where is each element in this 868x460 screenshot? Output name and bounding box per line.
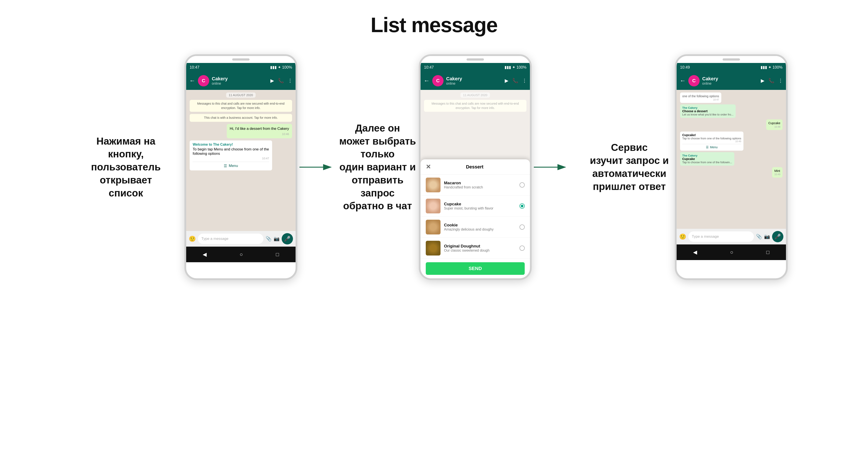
phone-2-popup-title: Dessert — [466, 164, 484, 170]
phone-1-nav-bar: ◀ ○ □ — [186, 247, 296, 262]
doughnut-radio[interactable] — [520, 246, 525, 251]
phone-3: 10:49 ▮▮▮ ✦ 100% ← C Cakery online ▶ 📞 ⋮ — [675, 54, 788, 280]
phone-1-signal: ▮▮▮ ✦ 100% — [270, 65, 292, 70]
cupcake-info: Cupcake Super moist, bursting with flavo… — [444, 202, 516, 210]
phone-2-header-icons: ▶ 📞 ⋮ — [505, 78, 527, 84]
phone-1-title-area: Cakery online — [212, 76, 268, 86]
phone-1-input-field[interactable]: Type a message — [198, 234, 264, 244]
phone-1-system-msg1: Messages to this chat and calls are now … — [190, 100, 292, 112]
arrow-1 — [300, 162, 334, 173]
list-item-doughnut[interactable]: Original Doughnut Our classic sweetened … — [421, 238, 530, 259]
phone-2-call-icon[interactable]: 📞 — [512, 78, 518, 84]
phone-1: 10:47 ▮▮▮ ✦ 100% ← C Cakery online ▶ 📞 ⋮ — [184, 54, 297, 280]
phone-1-user-msg: Hi, I'd like a dessert from the Cakery 1… — [227, 124, 292, 138]
phone-1-chat-area: 11 AUGUST 2020 Messages to this chat and… — [186, 90, 296, 231]
phone-1-top-bar — [186, 56, 296, 63]
phone-3-mic-button[interactable]: 🎤 — [772, 231, 783, 242]
middle-description: Далее он может выбрать только один вариа… — [336, 122, 419, 213]
macaron-radio[interactable] — [520, 182, 525, 188]
phone-3-status-bar: 10:49 ▮▮▮ ✦ 100% — [677, 63, 786, 72]
page-title: List message — [0, 0, 868, 37]
phone-3-header-icons: ▶ 📞 ⋮ — [761, 78, 783, 84]
phone-2-more-icon[interactable]: ⋮ — [522, 78, 527, 84]
phone-3-home-nav[interactable]: ○ — [730, 249, 733, 255]
list-item-cupcake[interactable]: Cupcake Super moist, bursting with flavo… — [421, 195, 530, 217]
phone-2-popup-header: ✕ Dessert — [421, 159, 530, 175]
phone-1-contact-status: online — [212, 82, 268, 86]
phone-3-wa-header: ← C Cakery online ▶ 📞 ⋮ — [677, 72, 786, 90]
phone-3-user-msg2: Mint 10:49 — [772, 167, 782, 178]
phone-2-status-bar: 10:47 ▮▮▮ ✦ 100% — [421, 63, 530, 72]
phone-1-camera-icon[interactable]: 📷 — [274, 236, 279, 242]
phone-2-time: 10:47 — [424, 65, 434, 70]
list-item-macaron[interactable]: Macaron Handcrafted from scratch — [421, 175, 530, 195]
phone-1-more-icon[interactable]: ⋮ — [288, 78, 292, 84]
phone-1-back-icon[interactable]: ← — [189, 77, 195, 84]
phone-3-camera-icon[interactable]: 📷 — [764, 234, 770, 240]
phone-1-mic-button[interactable]: 🎤 — [282, 233, 293, 244]
phone-2-list-popup[interactable]: ✕ Dessert Macaron Handcrafted from scrat… — [421, 159, 530, 278]
cookie-info: Cookie Amazingly delicious and doughy — [444, 223, 516, 232]
phone-2-send-button[interactable]: SEND — [426, 262, 525, 275]
phone-2-close-icon[interactable]: ✕ — [426, 163, 431, 171]
list-item-cookie[interactable]: Cookie Amazingly delicious and doughy — [421, 217, 530, 238]
phone-3-input-field[interactable]: Type a message — [688, 232, 754, 242]
cookie-radio[interactable] — [520, 224, 525, 230]
phone-3-input-bar: 🙂 Type a message 📎 📷 🎤 — [677, 229, 786, 244]
cupcake-thumb — [426, 198, 440, 213]
phone-2-device: 10:47 ▮▮▮ ✦ 100% ← C Cakery online ▶ 📞 ⋮ — [419, 54, 532, 280]
phone-3-speaker — [723, 58, 740, 61]
phone-3-bot2: Cupcake! Tap to choose from one of the f… — [680, 131, 743, 151]
cupcake-radio[interactable] — [520, 204, 525, 209]
phone-3-bot3: The Cakery Cupcake Tap to choose from on… — [680, 152, 734, 166]
phone-1-menu-icon: ☰ — [224, 164, 227, 168]
phone-1-video-icon[interactable]: ▶ — [270, 78, 274, 84]
phone-3-back-icon[interactable]: ← — [680, 77, 686, 84]
phone-3-video-icon[interactable]: ▶ — [761, 78, 765, 84]
phone-3-back-nav[interactable]: ◀ — [693, 249, 697, 255]
doughnut-thumb — [426, 241, 440, 255]
phone-3-contact-name: Cakery — [702, 76, 758, 82]
phone-1-time: 10:47 — [190, 65, 199, 70]
phone-3-bot1: The Cakery Choose a dessert Let us know … — [680, 104, 736, 118]
phone-1-recent-nav[interactable]: □ — [276, 251, 279, 257]
phone-1-menu-button[interactable]: ☰ Menu — [193, 162, 269, 168]
doughnut-info: Original Doughnut Our classic sweetened … — [444, 244, 516, 252]
phone-3-attach-icon[interactable]: 📎 — [756, 234, 762, 240]
phone-1-input-bar: 🙂 Type a message 📎 📷 🎤 — [186, 231, 296, 247]
phone-2-contact-status: online — [446, 82, 502, 86]
phone-1-attach-icon[interactable]: 📎 — [266, 236, 272, 242]
arrow-2-container — [532, 162, 571, 173]
phone-3-time: 10:49 — [680, 65, 690, 70]
phone-1-wa-header: ← C Cakery online ▶ 📞 ⋮ — [186, 72, 296, 90]
phone-2-system-msg: Messages to this chat and calls are now … — [424, 100, 526, 112]
phone-2-video-icon[interactable]: ▶ — [505, 78, 508, 84]
phone-3-emoji-icon[interactable]: 🙂 — [679, 233, 686, 240]
phone-3-more-icon[interactable]: ⋮ — [778, 78, 783, 84]
phone-1-back-nav[interactable]: ◀ — [203, 251, 207, 257]
phone-3-call-icon[interactable]: 📞 — [768, 78, 774, 84]
phone-3-user-msg1: Cupcake 10:48 — [766, 119, 782, 130]
phone-1-status-bar: 10:47 ▮▮▮ ✦ 100% — [186, 63, 296, 72]
phone-3-menu-btn2[interactable]: ☰ Menu — [682, 144, 741, 149]
phone-2-avatar: C — [432, 75, 443, 86]
phone-3-recent-nav[interactable]: □ — [766, 249, 770, 255]
page-container: List message Нажимая на кнопку, пользова… — [0, 0, 868, 460]
phone-2-title-area: Cakery online — [446, 76, 502, 86]
phone-1-contact-name: Cakery — [212, 76, 268, 82]
phone-3-signal: ▮▮▮ ✦ 100% — [761, 65, 782, 70]
phone-3-avatar: C — [688, 75, 700, 86]
phone-1-date-label: 11 AUGUST 2020 — [226, 92, 256, 98]
macaron-thumb — [426, 178, 440, 192]
phone-1-device: 10:47 ▮▮▮ ✦ 100% ← C Cakery online ▶ 📞 ⋮ — [184, 54, 297, 280]
phone-1-call-icon[interactable]: 📞 — [278, 78, 284, 84]
phone-3-device: 10:49 ▮▮▮ ✦ 100% ← C Cakery online ▶ 📞 ⋮ — [675, 54, 788, 280]
phone-1-emoji-icon[interactable]: 🙂 — [189, 236, 196, 242]
arrow-1-container — [297, 162, 336, 173]
left-description: Нажимая на кнопку, пользователь открывае… — [80, 135, 172, 200]
phone-1-home-nav[interactable]: ○ — [240, 251, 243, 257]
phone-2-back-icon[interactable]: ← — [424, 77, 430, 84]
phone-2-date-label: 11 AUGUST 2020 — [461, 92, 490, 98]
macaron-info: Macaron Handcrafted from scratch — [444, 181, 516, 189]
phone-2-contact-name: Cakery — [446, 76, 502, 82]
